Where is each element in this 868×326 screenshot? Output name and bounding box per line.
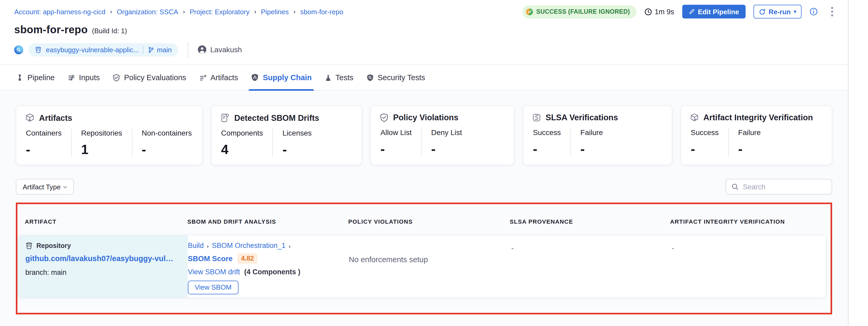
chevron-down-icon: ▾ (794, 9, 796, 14)
repo-name: easybuggy-vulnerable-applic... (46, 45, 139, 54)
tab-pipeline[interactable]: Pipeline (16, 65, 55, 90)
sbom-breadcrumb: Build › SBOM Orchestration_1 › (188, 241, 349, 250)
stat-non-containers: Non-containers - (132, 129, 201, 157)
branch-name: main (157, 45, 172, 54)
package-icon (25, 113, 35, 123)
column-header-policy-violations: POLICY VIOLATIONS (348, 218, 510, 225)
stat-licenses: Licenses - (273, 129, 321, 157)
column-header-artifact-integrity: ARTIFACT INTEGRITY VERIFICATION (670, 218, 831, 225)
breadcrumb: Account: app-harness-ng-cicd › Organizat… (14, 8, 343, 15)
build-id: (Build Id: 1) (92, 27, 127, 35)
breadcrumb-separator: › (293, 8, 296, 15)
tab-security-tests[interactable]: Security Tests (366, 65, 425, 90)
breadcrumb-project[interactable]: Project: Exploratory (190, 8, 250, 15)
search-icon (731, 183, 739, 190)
status-badge: SUCCESS (FAILURE IGNORED) (523, 5, 637, 18)
column-header-slsa-provenance: SLSA PROVENANCE (510, 218, 670, 225)
sbom-score-link[interactable]: SBOM Score (188, 254, 233, 263)
edit-pipeline-button[interactable]: Edit Pipeline (682, 5, 745, 19)
tab-policy-evaluations[interactable]: Policy Evaluations (113, 65, 186, 90)
pencil-icon (688, 8, 695, 15)
sbom-drift-row: View SBOM drift (4 Components ) (188, 268, 349, 276)
slsa-icon (532, 113, 541, 122)
pipeline-icon (16, 74, 24, 82)
tab-tests[interactable]: Tests (324, 65, 353, 90)
stat-containers: Containers - (25, 129, 71, 157)
card-title: Detected SBOM Drifts (234, 113, 319, 123)
card-title: Policy Violations (393, 113, 459, 122)
breadcrumb-pipelines[interactable]: Pipelines (261, 8, 289, 15)
topbar: Account: app-harness-ng-cicd › Organizat… (0, 0, 848, 23)
breadcrumb-account[interactable]: Account: app-harness-ng-cicd (14, 8, 105, 15)
stat-integrity-failure: Failure - (728, 128, 770, 157)
shield-check-icon (113, 74, 120, 82)
status-badge-label: SUCCESS (FAILURE IGNORED) (536, 8, 630, 15)
trigger-avatar-icon (14, 45, 23, 54)
table-header: ARTIFACT SBOM AND DRIFT ANALYSIS POLICY … (18, 204, 831, 225)
sbom-document-icon (220, 113, 230, 123)
security-shield-icon (366, 74, 374, 82)
rerun-button[interactable]: Re-run ▾ (753, 5, 802, 19)
supply-chain-content: Artifacts Containers - Repositories 1 No… (0, 91, 848, 326)
stat-integrity-success: Success - (690, 128, 728, 157)
main-pane: Account: app-harness-ng-cicd › Organizat… (0, 0, 848, 326)
artifact-branch: branch: main (25, 268, 175, 276)
summary-cards: Artifacts Containers - Repositories 1 No… (16, 105, 832, 165)
sbom-cell: Build › SBOM Orchestration_1 › SBOM Scor… (188, 235, 349, 297)
pipeline-execution-page: Account: app-harness-ng-cicd › Organizat… (0, 0, 868, 326)
artifacts-list-icon (199, 74, 207, 82)
tab-supply-chain[interactable]: Supply Chain (251, 65, 312, 90)
card-title: SLSA Verifications (546, 113, 618, 122)
user-avatar-icon (197, 45, 206, 54)
cube-icon (690, 113, 699, 122)
search-input[interactable] (743, 183, 836, 191)
more-options-kebab-icon[interactable] (828, 5, 836, 19)
card-title: Artifacts (39, 113, 72, 123)
policy-violations-cell: No enforcements setup (349, 235, 510, 297)
highlighted-artifacts-table: ARTIFACT SBOM AND DRIFT ANALYSIS POLICY … (16, 202, 832, 315)
breadcrumb-pipeline-name[interactable]: sbom-for-repo (300, 8, 343, 15)
breadcrumb-organization[interactable]: Organization: SSCA (117, 8, 178, 15)
view-sbom-button[interactable]: View SBOM (188, 281, 239, 294)
page-title: sbom-for-repo (14, 24, 88, 36)
card-policy-violations: Policy Violations Allow List - Deny List… (370, 105, 515, 165)
supply-chain-shield-icon (251, 73, 259, 82)
view-sbom-drift-link[interactable]: View SBOM drift (188, 268, 240, 276)
card-sbom-drifts: Detected SBOM Drifts Components 4 Licens… (211, 105, 362, 165)
tab-artifacts[interactable]: Artifacts (199, 65, 238, 90)
stat-slsa-failure: Failure - (570, 128, 613, 157)
artifact-cell: Repository github.com/lavakush07/easybug… (18, 235, 188, 297)
tab-inputs[interactable]: Inputs (67, 65, 100, 90)
repository-icon (25, 242, 33, 250)
inputs-icon (67, 74, 75, 82)
info-icon[interactable] (809, 7, 818, 16)
artifact-name-link[interactable]: github.com/lavakush07/easybuggy-vulner..… (25, 254, 175, 263)
sbom-crumb-orchestration[interactable]: SBOM Orchestration_1 (212, 241, 285, 250)
sbom-score-badge: 4.82 (238, 253, 258, 264)
git-branch-icon (148, 46, 154, 53)
slsa-provenance-cell: - (510, 235, 671, 297)
sbom-score-row: SBOM Score 4.82 (188, 253, 349, 264)
repository-icon (35, 46, 42, 53)
flask-icon (324, 74, 332, 82)
column-header-artifact: ARTIFACT (18, 218, 187, 225)
execution-tabbar: Pipeline Inputs Policy Evaluations Artif… (0, 64, 848, 91)
stat-slsa-success: Success - (532, 128, 570, 157)
artifact-type-select[interactable]: Artifact Type (16, 179, 74, 195)
breadcrumb-separator: › (110, 8, 112, 15)
stat-components: Components 4 (220, 129, 273, 157)
sbom-crumb-build[interactable]: Build (188, 241, 204, 250)
artifact-table-row: Repository github.com/lavakush07/easybug… (18, 235, 826, 298)
breadcrumb-separator: › (289, 242, 290, 249)
artifact-integrity-cell: - (671, 235, 826, 297)
search-box (725, 179, 832, 195)
drift-component-count: (4 Components ) (244, 268, 301, 276)
column-header-sbom: SBOM AND DRIFT ANALYSIS (187, 218, 348, 225)
repo-chip[interactable]: easybuggy-vulnerable-applic... main (29, 43, 178, 56)
meta-row: easybuggy-vulnerable-applic... main Lava… (0, 42, 848, 58)
breadcrumb-separator: › (207, 242, 209, 249)
card-artifacts: Artifacts Containers - Repositories 1 No… (16, 105, 203, 165)
stat-repositories: Repositories 1 (71, 129, 132, 157)
divider (188, 42, 188, 58)
stat-deny-list: Deny List - (421, 128, 471, 157)
